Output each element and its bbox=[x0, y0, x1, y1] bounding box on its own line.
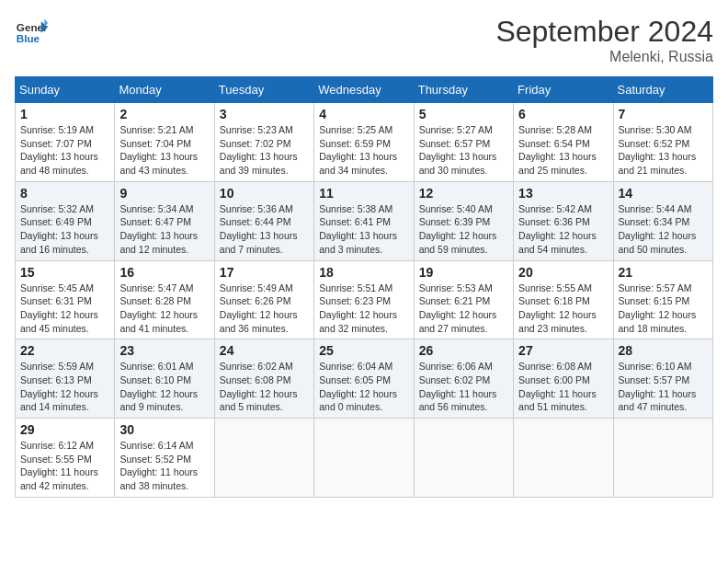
calendar-cell bbox=[314, 419, 414, 498]
weekday-header-thursday: Thursday bbox=[414, 77, 513, 103]
day-info: Sunrise: 6:10 AM Sunset: 5:57 PM Dayligh… bbox=[619, 360, 708, 414]
day-number: 1 bbox=[20, 107, 109, 121]
page-header: General Blue September 2024 Melenki, Rus… bbox=[15, 15, 713, 65]
day-info: Sunrise: 5:25 AM Sunset: 6:59 PM Dayligh… bbox=[319, 123, 408, 178]
calendar-cell: 4Sunrise: 5:25 AM Sunset: 6:59 PM Daylig… bbox=[314, 103, 414, 182]
day-info: Sunrise: 5:30 AM Sunset: 6:52 PM Dayligh… bbox=[619, 123, 708, 178]
day-info: Sunrise: 5:36 AM Sunset: 6:44 PM Dayligh… bbox=[220, 202, 309, 257]
weekday-header-monday: Monday bbox=[115, 77, 214, 103]
calendar-cell: 5Sunrise: 5:27 AM Sunset: 6:57 PM Daylig… bbox=[414, 103, 513, 182]
day-info: Sunrise: 6:12 AM Sunset: 5:55 PM Dayligh… bbox=[20, 439, 109, 493]
day-info: Sunrise: 5:23 AM Sunset: 7:02 PM Dayligh… bbox=[220, 123, 309, 178]
day-number: 15 bbox=[20, 265, 109, 280]
title-block: September 2024 Melenki, Russia bbox=[495, 15, 713, 65]
calendar-cell: 30Sunrise: 6:14 AM Sunset: 5:52 PM Dayli… bbox=[115, 419, 214, 498]
calendar-cell: 21Sunrise: 5:57 AM Sunset: 6:15 PM Dayli… bbox=[613, 260, 712, 339]
day-number: 8 bbox=[20, 186, 109, 201]
calendar-cell: 27Sunrise: 6:08 AM Sunset: 6:00 PM Dayli… bbox=[514, 339, 613, 419]
calendar-cell: 13Sunrise: 5:42 AM Sunset: 6:36 PM Dayli… bbox=[514, 181, 613, 260]
svg-text:Blue: Blue bbox=[17, 32, 40, 44]
day-info: Sunrise: 5:51 AM Sunset: 6:23 PM Dayligh… bbox=[319, 282, 408, 336]
calendar-week-4: 22Sunrise: 5:59 AM Sunset: 6:13 PM Dayli… bbox=[16, 339, 713, 419]
day-number: 25 bbox=[319, 343, 408, 358]
day-number: 20 bbox=[518, 265, 608, 280]
day-number: 4 bbox=[319, 107, 408, 121]
day-info: Sunrise: 6:08 AM Sunset: 6:00 PM Dayligh… bbox=[518, 360, 608, 414]
calendar-cell: 2Sunrise: 5:21 AM Sunset: 7:04 PM Daylig… bbox=[115, 103, 214, 182]
day-info: Sunrise: 5:55 AM Sunset: 6:18 PM Dayligh… bbox=[518, 282, 608, 336]
calendar-cell: 7Sunrise: 5:30 AM Sunset: 6:52 PM Daylig… bbox=[613, 103, 712, 182]
day-number: 13 bbox=[518, 186, 608, 201]
day-info: Sunrise: 5:53 AM Sunset: 6:21 PM Dayligh… bbox=[419, 282, 508, 336]
day-info: Sunrise: 6:01 AM Sunset: 6:10 PM Dayligh… bbox=[119, 360, 209, 414]
day-number: 14 bbox=[619, 186, 708, 201]
day-info: Sunrise: 5:44 AM Sunset: 6:34 PM Dayligh… bbox=[619, 202, 708, 257]
calendar-cell: 17Sunrise: 5:49 AM Sunset: 6:26 PM Dayli… bbox=[214, 260, 313, 339]
calendar-cell: 29Sunrise: 6:12 AM Sunset: 5:55 PM Dayli… bbox=[16, 419, 115, 498]
day-info: Sunrise: 6:14 AM Sunset: 5:52 PM Dayligh… bbox=[119, 439, 209, 493]
weekday-header-wednesday: Wednesday bbox=[314, 77, 414, 103]
day-number: 9 bbox=[119, 186, 209, 201]
day-number: 7 bbox=[619, 107, 708, 121]
calendar-cell: 18Sunrise: 5:51 AM Sunset: 6:23 PM Dayli… bbox=[314, 260, 414, 339]
calendar-cell: 8Sunrise: 5:32 AM Sunset: 6:49 PM Daylig… bbox=[16, 181, 115, 260]
calendar-cell: 11Sunrise: 5:38 AM Sunset: 6:41 PM Dayli… bbox=[314, 181, 414, 260]
day-info: Sunrise: 5:21 AM Sunset: 7:04 PM Dayligh… bbox=[119, 123, 209, 178]
calendar-cell: 1Sunrise: 5:19 AM Sunset: 7:07 PM Daylig… bbox=[16, 103, 115, 182]
calendar-cell: 9Sunrise: 5:34 AM Sunset: 6:47 PM Daylig… bbox=[115, 181, 214, 260]
day-number: 17 bbox=[220, 265, 309, 280]
day-number: 30 bbox=[119, 422, 209, 437]
calendar-table: SundayMondayTuesdayWednesdayThursdayFrid… bbox=[15, 76, 713, 498]
day-number: 24 bbox=[220, 343, 309, 358]
calendar-cell bbox=[613, 419, 712, 498]
day-number: 11 bbox=[319, 186, 408, 201]
day-number: 29 bbox=[20, 422, 109, 437]
day-info: Sunrise: 5:28 AM Sunset: 6:54 PM Dayligh… bbox=[518, 123, 608, 178]
calendar-cell: 23Sunrise: 6:01 AM Sunset: 6:10 PM Dayli… bbox=[115, 339, 214, 419]
weekday-header-sunday: Sunday bbox=[16, 77, 115, 103]
calendar-cell: 16Sunrise: 5:47 AM Sunset: 6:28 PM Dayli… bbox=[115, 260, 214, 339]
calendar-cell bbox=[514, 419, 613, 498]
calendar-cell: 28Sunrise: 6:10 AM Sunset: 5:57 PM Dayli… bbox=[613, 339, 712, 419]
day-number: 18 bbox=[319, 265, 408, 280]
day-number: 16 bbox=[119, 265, 209, 280]
calendar-cell: 6Sunrise: 5:28 AM Sunset: 6:54 PM Daylig… bbox=[514, 103, 613, 182]
day-number: 21 bbox=[619, 265, 708, 280]
calendar-cell: 19Sunrise: 5:53 AM Sunset: 6:21 PM Dayli… bbox=[414, 260, 513, 339]
calendar-cell: 14Sunrise: 5:44 AM Sunset: 6:34 PM Dayli… bbox=[613, 181, 712, 260]
day-info: Sunrise: 5:40 AM Sunset: 6:39 PM Dayligh… bbox=[419, 202, 508, 257]
calendar-cell bbox=[214, 419, 313, 498]
calendar-week-5: 29Sunrise: 6:12 AM Sunset: 5:55 PM Dayli… bbox=[16, 419, 713, 498]
month-title: September 2024 bbox=[495, 15, 713, 49]
calendar-cell bbox=[414, 419, 513, 498]
weekday-header-tuesday: Tuesday bbox=[214, 77, 313, 103]
calendar-cell: 3Sunrise: 5:23 AM Sunset: 7:02 PM Daylig… bbox=[214, 103, 313, 182]
calendar-cell: 15Sunrise: 5:45 AM Sunset: 6:31 PM Dayli… bbox=[16, 260, 115, 339]
day-number: 28 bbox=[619, 343, 708, 358]
day-info: Sunrise: 5:38 AM Sunset: 6:41 PM Dayligh… bbox=[319, 202, 408, 257]
calendar-cell: 10Sunrise: 5:36 AM Sunset: 6:44 PM Dayli… bbox=[214, 181, 313, 260]
day-number: 3 bbox=[220, 107, 309, 121]
weekday-header-row: SundayMondayTuesdayWednesdayThursdayFrid… bbox=[16, 77, 713, 103]
calendar-week-1: 1Sunrise: 5:19 AM Sunset: 7:07 PM Daylig… bbox=[16, 103, 713, 182]
day-info: Sunrise: 5:49 AM Sunset: 6:26 PM Dayligh… bbox=[220, 282, 309, 336]
day-info: Sunrise: 5:34 AM Sunset: 6:47 PM Dayligh… bbox=[119, 202, 209, 257]
calendar-cell: 22Sunrise: 5:59 AM Sunset: 6:13 PM Dayli… bbox=[16, 339, 115, 419]
calendar-cell: 25Sunrise: 6:04 AM Sunset: 6:05 PM Dayli… bbox=[314, 339, 414, 419]
calendar-week-2: 8Sunrise: 5:32 AM Sunset: 6:49 PM Daylig… bbox=[16, 181, 713, 260]
day-number: 5 bbox=[419, 107, 508, 121]
day-number: 10 bbox=[220, 186, 309, 201]
day-info: Sunrise: 5:42 AM Sunset: 6:36 PM Dayligh… bbox=[518, 202, 608, 257]
day-info: Sunrise: 6:04 AM Sunset: 6:05 PM Dayligh… bbox=[319, 360, 408, 414]
logo-icon: General Blue bbox=[15, 15, 48, 48]
calendar-cell: 26Sunrise: 6:06 AM Sunset: 6:02 PM Dayli… bbox=[414, 339, 513, 419]
weekday-header-friday: Friday bbox=[514, 77, 613, 103]
location: Melenki, Russia bbox=[495, 49, 713, 65]
day-info: Sunrise: 5:32 AM Sunset: 6:49 PM Dayligh… bbox=[20, 202, 109, 257]
weekday-header-saturday: Saturday bbox=[613, 77, 712, 103]
day-number: 6 bbox=[518, 107, 608, 121]
day-number: 2 bbox=[119, 107, 209, 121]
day-info: Sunrise: 5:45 AM Sunset: 6:31 PM Dayligh… bbox=[20, 282, 109, 336]
day-info: Sunrise: 5:19 AM Sunset: 7:07 PM Dayligh… bbox=[20, 123, 109, 178]
day-number: 22 bbox=[20, 343, 109, 358]
